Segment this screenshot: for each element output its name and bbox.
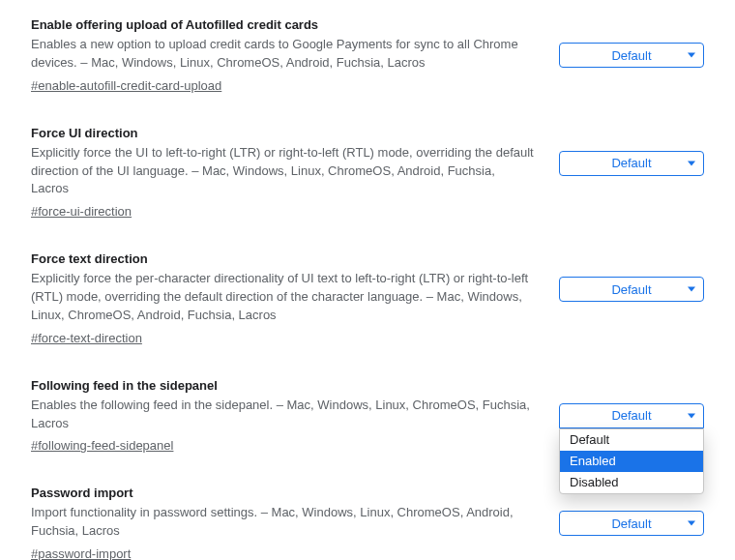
flag-description: Import functionality in password setting… bbox=[31, 504, 536, 541]
flag-title: Password import bbox=[31, 486, 536, 500]
flag-state-value: Default bbox=[611, 48, 651, 63]
flag-state-dropdown: Default Enabled Disabled bbox=[559, 428, 704, 494]
dropdown-option-disabled[interactable]: Disabled bbox=[560, 472, 703, 493]
flag-row: Force text direction Explicitly force th… bbox=[31, 244, 704, 370]
flag-anchor-link[interactable]: #password-import bbox=[31, 546, 131, 560]
flag-state-value: Default bbox=[611, 408, 651, 423]
flag-text-block: Enable offering upload of Autofilled cre… bbox=[31, 17, 559, 93]
flag-select-column: Default Default Enabled Disabled bbox=[559, 378, 704, 428]
chevron-down-icon bbox=[688, 53, 695, 58]
flag-state-value: Default bbox=[611, 282, 651, 297]
flag-text-block: Force text direction Explicitly force th… bbox=[31, 251, 559, 345]
flag-anchor-link[interactable]: #following-feed-sidepanel bbox=[31, 438, 173, 453]
flag-title: Force text direction bbox=[31, 251, 536, 266]
flag-description: Explicitly force the UI to left-to-right… bbox=[31, 144, 536, 199]
flag-select-column: Default bbox=[559, 251, 704, 302]
flag-description: Explicitly force the per-character direc… bbox=[31, 270, 536, 325]
flags-list: Enable offering upload of Autofilled cre… bbox=[0, 0, 735, 560]
flag-state-select[interactable]: Default bbox=[559, 403, 704, 428]
flag-text-block: Following feed in the sidepanel Enables … bbox=[31, 378, 559, 454]
chevron-down-icon bbox=[688, 161, 695, 165]
flag-select-column: Default bbox=[559, 17, 704, 68]
flag-title: Force UI direction bbox=[31, 126, 536, 140]
flag-row: Force UI direction Explicitly force the … bbox=[31, 118, 704, 245]
flag-title: Following feed in the sidepanel bbox=[31, 378, 536, 393]
dropdown-option-enabled[interactable]: Enabled bbox=[560, 451, 703, 472]
chevron-down-icon bbox=[688, 413, 695, 418]
flag-text-block: Password import Import functionality in … bbox=[31, 486, 559, 560]
chevron-down-icon bbox=[688, 521, 695, 526]
flag-anchor-link[interactable]: #force-ui-direction bbox=[31, 204, 132, 219]
dropdown-option-default[interactable]: Default bbox=[560, 429, 703, 451]
flag-select-column: Default bbox=[559, 126, 704, 176]
flag-anchor-link[interactable]: #enable-autofill-credit-card-upload bbox=[31, 78, 221, 93]
chevron-down-icon bbox=[688, 287, 695, 292]
flag-state-value: Default bbox=[611, 516, 651, 531]
flag-state-select[interactable]: Default bbox=[559, 151, 704, 176]
flag-state-select[interactable]: Default bbox=[559, 43, 704, 68]
flag-state-select[interactable]: Default bbox=[559, 277, 704, 302]
flag-row: Following feed in the sidepanel Enables … bbox=[31, 370, 704, 479]
flag-description: Enables the following feed in the sidepa… bbox=[31, 397, 536, 433]
flag-description: Enables a new option to upload credit ca… bbox=[31, 36, 536, 73]
flag-state-select[interactable]: Default bbox=[559, 511, 704, 536]
flag-state-value: Default bbox=[611, 156, 651, 170]
flag-text-block: Force UI direction Explicitly force the … bbox=[31, 126, 559, 220]
flag-anchor-link[interactable]: #force-text-direction bbox=[31, 331, 142, 345]
flag-row: Enable offering upload of Autofilled cre… bbox=[31, 10, 704, 118]
flag-title: Enable offering upload of Autofilled cre… bbox=[31, 17, 536, 32]
